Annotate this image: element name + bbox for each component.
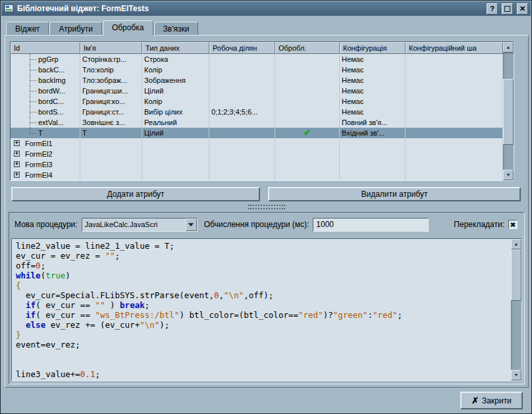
table-cell [209,117,275,128]
table-cell [80,170,142,180]
table-cell [142,170,209,180]
column-header[interactable]: Конфігураційний ша [406,42,503,54]
proc-lang-value: JavaLikeCalc.JavaScri [82,220,186,228]
table-cell [406,159,503,170]
table-cell [275,96,340,107]
splitter-handle[interactable] [248,205,285,209]
procedure-controls: Мова процедури: JavaLikeCalc.JavaScri Об… [14,217,519,232]
table-cell [80,138,142,149]
tree-expander-icon[interactable]: + [14,151,20,157]
table-row[interactable]: TTЦілий✔Вхідний зв'... [11,128,503,138]
checkbox-check-icon: ✖ [510,221,516,228]
tree-expander-icon[interactable]: + [14,161,20,167]
column-header[interactable]: Id [11,42,80,54]
table-cell [275,65,340,75]
tree-expander-icon[interactable]: + [14,140,20,146]
table-cell: Вхідний зв'... [340,128,406,138]
column-header[interactable]: Робоча ділян [209,42,275,54]
column-header[interactable]: Обробл. [275,42,340,54]
table-cell [340,170,406,180]
column-header[interactable]: Ім'я [80,42,142,54]
table-cell [340,149,406,159]
table-cell: Немає [340,75,406,86]
table-cell [406,54,503,65]
table-cell: 0;1;2;3;4;5;6... [209,107,275,117]
code-scroll-up-button[interactable]: ▲ [511,239,521,249]
tab-processing[interactable]: Обробка [103,20,153,36]
table-row[interactable]: +FormEl1 [11,138,503,149]
remove-attribute-button[interactable]: Видалити атрибут [268,187,521,201]
table-row[interactable]: bordW...Границя:ши...ЦілийНемає [11,86,503,96]
table-cell [406,75,503,86]
table-cell: Повний зв'я... [340,117,406,128]
table-row[interactable]: +FormEl2 [11,149,503,159]
proc-lang-label: Мова процедури: [14,220,78,229]
procedure-code-editor[interactable]: line2_value = line2_1_value = T;ev_cur =… [11,238,522,381]
proc-lang-combobox[interactable]: JavaLikeCalc.JavaScri [82,218,198,232]
scroll-down-button[interactable]: ▼ [503,170,514,180]
translate-checkbox[interactable]: ✖ [508,220,518,229]
calc-period-input[interactable] [313,218,429,232]
close-x-icon: ✗ [471,396,479,405]
code-text: line2_value = line2_1_value = T;ev_cur =… [13,240,510,380]
code-scrollbar-track[interactable] [511,249,521,370]
attr-id: bordW... [38,87,65,95]
code-line: line2_value = line2_1_value = T; [16,241,510,251]
attr-table-body: pgGrpСторінка:гр...СтрокаНемаєbackC...Тл… [11,54,503,180]
close-dialog-button[interactable]: ✗ Закрити [460,392,523,409]
table-cell: Немає [340,65,406,75]
code-scroll-down-button[interactable]: ▼ [511,370,521,380]
table-row[interactable]: bordC...Границя:ко...КолірНемає [11,96,503,107]
table-cell [275,159,340,170]
table-row[interactable]: backC...Тло:колірКолірНемає [11,65,503,75]
titlebar-close-button[interactable]: ✕ [517,3,528,14]
scroll-up-button[interactable]: ▲ [503,42,514,53]
table-cell [209,65,275,75]
tab-attributes[interactable]: Атрибути [49,22,101,35]
table-cell [275,75,340,86]
table-cell: Тло:колір [80,65,142,75]
table-row[interactable]: +FormEl4 [11,170,503,180]
code-vertical-scrollbar[interactable]: ▲ ▼ [511,239,521,380]
table-cell [275,117,340,128]
table-row[interactable]: bordS...Границя:ст...Вибір цілих0;1;2;3;… [11,107,503,117]
help-button[interactable]: ? [487,3,498,14]
table-row[interactable]: extVal...Зовнішнє з...РеальнийПовний зв'… [11,117,503,128]
scrollbar-track[interactable] [503,53,514,170]
help-icon: ? [490,5,494,13]
code-line: off=0; [16,261,510,271]
scrollbar-thumb[interactable] [503,79,514,145]
table-row[interactable]: +FormEl3 [11,159,503,170]
tree-expander-icon[interactable]: + [14,172,20,178]
table-row[interactable]: pgGrpСторінка:гр...СтрокаНемає [11,54,503,65]
table-cell: Колір [142,65,209,75]
table-cell [275,107,340,117]
table-cell [142,159,209,170]
column-header[interactable]: Конфігурація [340,42,406,54]
code-scrollbar-thumb[interactable] [511,249,521,301]
add-attribute-button[interactable]: Додати атрибут [11,187,260,201]
translate-label: Перекладати: [454,220,504,229]
table-cell [406,149,503,159]
attr-id: T [38,129,43,137]
tab-widget[interactable]: Віджет [6,22,49,35]
table-cell [406,170,503,180]
table-cell [209,170,275,180]
table-cell [80,159,142,170]
maximize-button[interactable] [502,3,513,14]
tab-links[interactable]: Зв'язки [154,22,199,35]
combo-dropdown-button[interactable] [186,219,197,231]
table-row[interactable]: backImgТло:зображ...ЗображенняНемає [11,75,503,86]
table-cell: Сторінка:гр... [80,54,142,65]
table-cell [209,138,275,149]
attr-id: FormEl4 [25,171,53,179]
table-vertical-scrollbar[interactable]: ▲ ▼ [503,42,514,180]
code-line: ev_cur=Special.FLibSYS.strParse(event,0,… [16,290,510,300]
table-cell [275,86,340,96]
column-header[interactable]: Тип даних [142,42,209,54]
code-line: } [16,330,510,340]
titlebar[interactable]: Бібліотечний віджет: FormElTests ? ✕ [1,1,531,16]
code-line [16,359,510,369]
library-widget-dialog: Бібліотечний віджет: FormElTests ? ✕ Від… [0,0,532,414]
code-line: while(true) [16,271,510,280]
